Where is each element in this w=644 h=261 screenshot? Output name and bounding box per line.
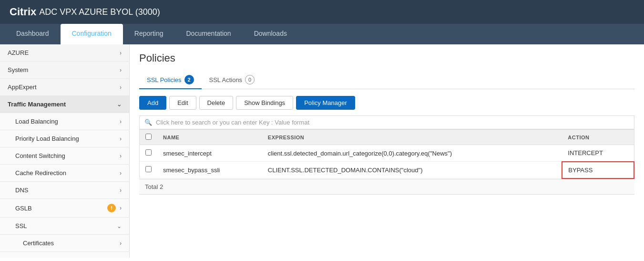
ssl-actions-label: SSL Actions <box>209 76 243 84</box>
chevron-icon: › <box>120 136 122 142</box>
brand-citrix: Citrix <box>10 6 36 18</box>
row-checkbox[interactable] <box>145 166 152 172</box>
add-button[interactable]: Add <box>139 96 166 110</box>
total-label: Total <box>145 183 158 190</box>
sidebar-item-label: Content Switching <box>15 152 65 159</box>
tab-reporting[interactable]: Reporting <box>123 24 175 44</box>
row-expression: client.ssl.detected_domain.url_categoriz… <box>262 145 562 162</box>
sidebar-item-label: AZURE <box>8 49 29 56</box>
ssl-actions-badge: 0 <box>245 75 255 84</box>
search-bar[interactable]: 🔍 Click here to search or you can enter … <box>139 115 634 129</box>
sidebar-item-system[interactable]: System › <box>0 62 129 79</box>
sidebar-item-label: DNS <box>15 187 28 194</box>
tab-ssl-policies[interactable]: SSL Policies 2 <box>139 71 202 89</box>
th-name: NAME <box>157 130 262 145</box>
chevron-icon: ⌄ <box>117 101 122 108</box>
row-name: smesec_bypass_ssli <box>157 162 262 178</box>
tab-ssl-actions[interactable]: SSL Actions 0 <box>202 71 263 89</box>
brand-rest: ADC VPX AZURE BYOL (3000) <box>39 7 160 17</box>
row-expression: CLIENT.SSL.DETECTED_DOMAIN.CONTAINS("clo… <box>262 162 562 178</box>
chevron-icon: › <box>120 205 122 211</box>
warning-icon: ! <box>107 204 116 212</box>
content-area: Policies SSL Policies 2 SSL Actions 0 Ad… <box>130 44 644 258</box>
row-checkbox-cell <box>140 145 158 162</box>
sidebar-item-appexpert[interactable]: AppExpert › <box>0 79 129 96</box>
row-name: smesec_intercept <box>157 145 262 162</box>
sidebar-item-content-switching[interactable]: Content Switching › <box>0 147 129 165</box>
delete-button[interactable]: Delete <box>199 96 234 110</box>
chevron-icon: › <box>120 50 122 56</box>
sidebar-item-label: GSLB <box>15 205 32 212</box>
chevron-icon: › <box>120 67 122 73</box>
sidebar-item-label: Traffic Management <box>8 101 66 108</box>
sidebar: AZURE › System › AppExpert › Traffic Man… <box>0 44 130 258</box>
sidebar-item-cache-redirection[interactable]: Cache Redirection › <box>0 165 129 182</box>
sidebar-item-priority-load-balancing[interactable]: Priority Load Balancing › <box>0 130 129 147</box>
chevron-icon: › <box>120 187 122 194</box>
sidebar-item-certificates[interactable]: Certificates › <box>0 235 129 252</box>
chevron-icon: › <box>120 240 122 247</box>
sidebar-item-label: System <box>8 66 28 73</box>
tab-dashboard[interactable]: Dashboard <box>5 24 61 44</box>
nav-tabs: Dashboard Configuration Reporting Docume… <box>0 24 644 44</box>
select-all-checkbox[interactable] <box>145 134 152 140</box>
chevron-icon: › <box>120 118 122 125</box>
row-action: INTERCEPT <box>562 145 634 162</box>
th-action: ACTION <box>562 130 634 145</box>
main-layout: AZURE › System › AppExpert › Traffic Man… <box>0 44 644 258</box>
sidebar-item-load-balancing[interactable]: Load Balancing › <box>0 113 129 130</box>
table-header-row: NAME EXPRESSION ACTION <box>140 130 634 145</box>
sidebar-item-ssl-files[interactable]: SSL Files <box>0 252 129 258</box>
chevron-icon: › <box>120 170 122 177</box>
sidebar-item-label: Load Balancing <box>15 118 58 125</box>
tab-downloads[interactable]: Downloads <box>243 24 298 44</box>
row-checkbox-cell <box>140 162 158 178</box>
search-icon: 🔍 <box>144 119 152 126</box>
chevron-icon: ⌄ <box>117 223 122 230</box>
ssl-policies-badge: 2 <box>184 75 194 84</box>
toolbar: Add Edit Delete Show Bindings Policy Man… <box>139 96 634 110</box>
row-checkbox[interactable] <box>145 149 152 156</box>
sidebar-item-dns[interactable]: DNS › <box>0 182 129 199</box>
sidebar-item-label: SSL Files <box>23 257 49 258</box>
sub-tabs: SSL Policies 2 SSL Actions 0 <box>139 71 634 89</box>
page-title: Policies <box>139 52 634 64</box>
sidebar-item-label: Priority Load Balancing <box>15 135 79 142</box>
sidebar-item-label: AppExpert <box>8 84 37 91</box>
chevron-icon: › <box>120 84 122 91</box>
sidebar-item-traffic-management[interactable]: Traffic Management ⌄ <box>0 96 129 113</box>
tab-configuration[interactable]: Configuration <box>61 24 123 44</box>
sidebar-item-gslb[interactable]: GSLB ! › <box>0 199 129 218</box>
total-count: 2 <box>160 183 163 190</box>
app-header: Citrix ADC VPX AZURE BYOL (3000) <box>0 0 644 24</box>
search-placeholder: Click here to search or you can enter Ke… <box>156 119 309 126</box>
sidebar-item-label: Certificates <box>23 240 54 247</box>
policies-table: NAME EXPRESSION ACTION smesec_intercept … <box>139 129 634 179</box>
th-checkbox <box>140 130 158 145</box>
row-action-highlighted: BYPASS <box>562 162 634 178</box>
total-row: Total 2 <box>139 179 634 195</box>
sidebar-item-label: SSL <box>15 222 27 230</box>
table-row[interactable]: smesec_intercept client.ssl.detected_dom… <box>140 145 634 162</box>
ssl-policies-label: SSL Policies <box>147 76 182 84</box>
sidebar-item-ssl[interactable]: SSL ⌄ <box>0 218 129 235</box>
chevron-icon: › <box>120 153 122 159</box>
show-bindings-button[interactable]: Show Bindings <box>236 96 293 110</box>
sidebar-item-label: Cache Redirection <box>15 169 66 177</box>
edit-button[interactable]: Edit <box>169 96 196 110</box>
th-expression: EXPRESSION <box>262 130 562 145</box>
table-row[interactable]: smesec_bypass_ssli CLIENT.SSL.DETECTED_D… <box>140 162 634 178</box>
policy-manager-button[interactable]: Policy Manager <box>296 96 355 110</box>
sidebar-item-azure[interactable]: AZURE › <box>0 44 129 62</box>
tab-documentation[interactable]: Documentation <box>174 24 242 44</box>
